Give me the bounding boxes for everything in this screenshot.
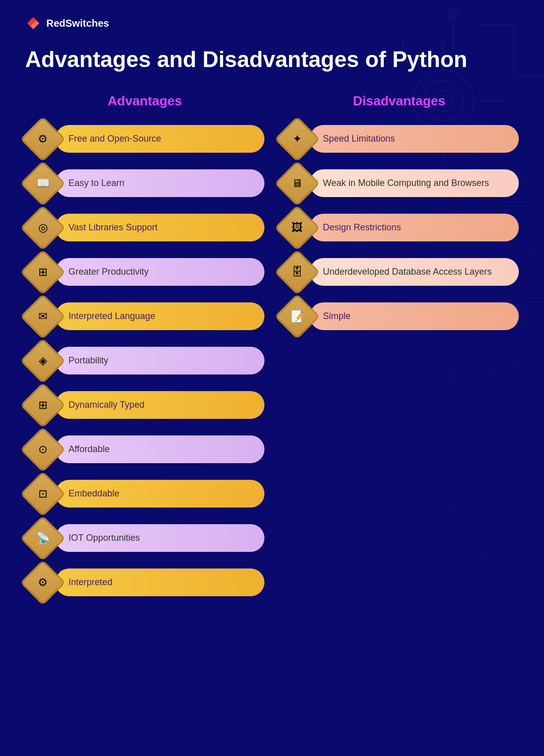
list-item: ✉ Interpreted Language (25, 299, 264, 334)
list-item: ⊞ Greater Productivity (25, 255, 264, 290)
advantages-header: Advantages (25, 93, 264, 109)
icon-diamond: ✉ (25, 299, 60, 334)
item-label: IOT Opportunities (55, 524, 264, 552)
item-label: Interpreted Language (55, 302, 264, 330)
icon-diamond: ⊞ (25, 388, 60, 423)
list-item: ⚙ Interpreted (25, 565, 264, 600)
icon-diamond: 📖 (25, 166, 60, 201)
advantages-column: Advantages ⚙ Free and Open-Source 📖 Easy… (25, 93, 264, 609)
item-label: Easy to Learn (55, 169, 264, 197)
list-item: ◎ Vast Libraries Support (25, 210, 264, 245)
item-icon: 📡 (36, 533, 50, 544)
list-item: ⚙ Free and Open-Source (25, 121, 264, 157)
icon-diamond: ⚙ (25, 565, 60, 600)
item-label: Portability (55, 347, 264, 374)
item-icon: ⊞ (38, 267, 47, 278)
logo-icon (25, 15, 41, 31)
svg-point-15 (330, 658, 375, 703)
item-icon: 🖥 (292, 178, 303, 189)
item-label: Weak in Mobile Computing and Browsers (310, 169, 519, 197)
item-icon: ⚙ (38, 134, 48, 145)
item-label: Vast Libraries Support (55, 214, 264, 241)
item-icon: ✉ (38, 311, 47, 322)
icon-diamond: ⊙ (25, 432, 60, 467)
item-label: Free and Open-Source (55, 125, 264, 153)
list-item: ⊞ Dynamically Typed (25, 388, 264, 423)
icon-diamond: ⊞ (25, 255, 60, 290)
list-item: 🖼 Design Restrictions (280, 210, 519, 245)
item-icon: 📖 (36, 178, 50, 189)
item-icon: ⚙ (38, 577, 48, 588)
item-label: Interpreted (55, 569, 264, 596)
svg-point-14 (317, 645, 388, 716)
item-label: Affordable (55, 435, 264, 463)
item-icon: ⊞ (38, 400, 47, 411)
icon-diamond: 🖼 (280, 210, 315, 245)
icon-diamond: 🖥 (280, 166, 315, 201)
item-label: Embeddable (55, 480, 264, 508)
main-columns: Advantages ⚙ Free and Open-Source 📖 Easy… (25, 93, 519, 609)
disadvantages-column: Disadvantages ✦ Speed Limitations 🖥 Weak… (280, 93, 519, 343)
item-label: Dynamically Typed (55, 391, 264, 419)
item-icon: ◎ (38, 222, 48, 233)
item-icon: ◈ (39, 355, 47, 366)
item-icon: ⊡ (38, 488, 47, 499)
list-item: ⊡ Embeddable (25, 476, 264, 512)
item-label: Greater Productivity (55, 258, 264, 286)
icon-diamond: ⚙ (25, 121, 60, 157)
list-item: ✦ Speed Limitations (280, 121, 519, 157)
list-item: 📡 IOT Opportunities (25, 521, 264, 556)
item-label: Speed Limitations (310, 125, 519, 153)
item-icon: 🖼 (292, 222, 303, 233)
list-item: 🗄 Underdeveloped Database Access Layers (280, 255, 519, 290)
icon-diamond: 📡 (25, 521, 60, 556)
disadvantages-header: Disadvantages (280, 93, 519, 109)
list-item: 🖥 Weak in Mobile Computing and Browsers (280, 166, 519, 201)
item-label: Design Restrictions (310, 214, 519, 241)
page-title: Advantages and Disadvantages of Python (25, 46, 519, 73)
list-item: ⊙ Affordable (25, 432, 264, 467)
item-icon: ✦ (293, 134, 302, 145)
logo-text: RedSwitches (46, 18, 109, 29)
icon-diamond: ✦ (280, 121, 315, 157)
logo-bar: RedSwitches (25, 15, 519, 31)
list-item: ◈ Portability (25, 343, 264, 379)
icon-diamond: ⊡ (25, 476, 60, 512)
item-label: Simple (310, 302, 519, 330)
icon-diamond: 📝 (280, 299, 315, 334)
item-icon: 🗄 (292, 267, 303, 278)
icon-diamond: ◈ (25, 343, 60, 379)
item-icon: ⊙ (38, 444, 47, 455)
item-icon: 📝 (291, 311, 304, 322)
list-item: 📖 Easy to Learn (25, 166, 264, 201)
list-item: 📝 Simple (280, 299, 519, 334)
item-label: Underdeveloped Database Access Layers (310, 258, 519, 286)
icon-diamond: 🗄 (280, 255, 315, 290)
icon-diamond: ◎ (25, 210, 60, 245)
